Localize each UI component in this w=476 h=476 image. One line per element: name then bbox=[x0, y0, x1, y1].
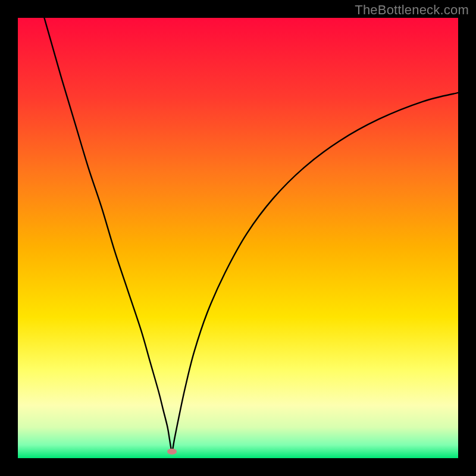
optimum-marker bbox=[167, 449, 177, 455]
chart-frame: TheBottleneck.com bbox=[0, 0, 476, 476]
chart-svg bbox=[18, 18, 458, 458]
gradient-background bbox=[18, 18, 458, 458]
plot-area bbox=[18, 18, 458, 458]
watermark-text: TheBottleneck.com bbox=[355, 2, 469, 18]
